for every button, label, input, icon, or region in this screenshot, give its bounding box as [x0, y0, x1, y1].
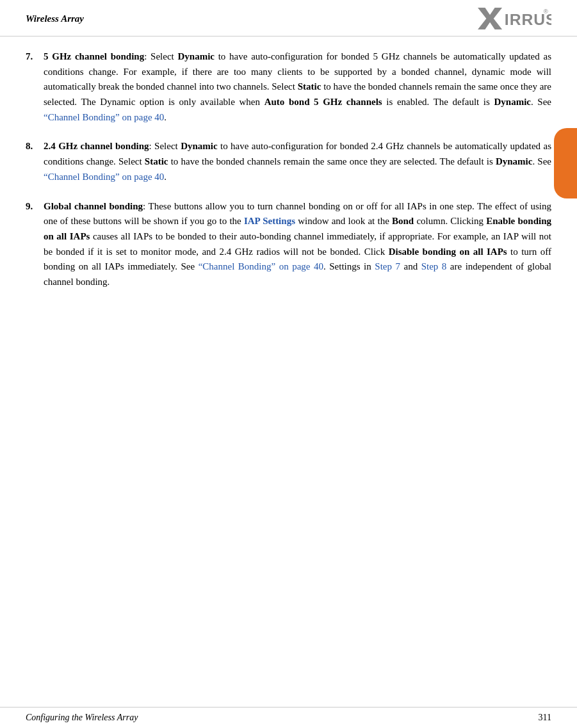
- header-title: Wireless Array: [26, 13, 84, 24]
- svg-marker-0: [478, 8, 502, 29]
- main-content: 7. 5 GHz channel bonding: Select Dynamic…: [0, 36, 577, 707]
- page-footer: Configuring the Wireless Array 311: [0, 707, 577, 728]
- bond-column-label: Bond: [392, 216, 414, 226]
- list-item-8: 8. 2.4 GHz channel bonding: Select Dynam…: [26, 139, 551, 184]
- svg-text:®: ®: [544, 8, 548, 15]
- item-number-7: 7.: [26, 49, 44, 125]
- orange-side-decoration: [554, 128, 577, 198]
- term-24ghz-bonding: 2.4 GHz channel bonding: [44, 141, 149, 151]
- default-dynamic-7: Dynamic: [494, 97, 531, 107]
- term-global-bonding: Global channel bonding: [44, 201, 143, 211]
- item-content-7: 5 GHz channel bonding: Select Dynamic to…: [44, 49, 551, 125]
- footer-left-text: Configuring the Wireless Array: [26, 713, 138, 723]
- item-content-9: Global channel bonding: These buttons al…: [44, 199, 551, 290]
- item-content-8: 2.4 GHz channel bonding: Select Dynamic …: [44, 139, 551, 184]
- list-item-9: 9. Global channel bonding: These buttons…: [26, 199, 551, 290]
- item-number-8: 8.: [26, 139, 44, 184]
- item-text-9: Global channel bonding: These buttons al…: [44, 199, 551, 290]
- dynamic-label-7: Dynamic: [177, 51, 215, 61]
- footer-page-number: 311: [539, 713, 551, 723]
- page-container: Wireless Array IRRUS ® 7. 5 GHz channel …: [0, 0, 577, 728]
- default-dynamic-8: Dynamic: [496, 156, 533, 166]
- item-text-7: 5 GHz channel bonding: Select Dynamic to…: [44, 49, 551, 125]
- item-text-8: 2.4 GHz channel bonding: Select Dynamic …: [44, 139, 551, 184]
- logo-svg: IRRUS ®: [477, 6, 551, 31]
- static-label-8: Static: [145, 156, 168, 166]
- channel-bonding-link-8[interactable]: “Channel Bonding” on page 40: [44, 172, 164, 182]
- page-header: Wireless Array IRRUS ®: [0, 0, 577, 36]
- disable-bonding-label: Disable bonding on all IAPs: [389, 247, 507, 257]
- enable-bonding-label: Enable bonding on all IAPs: [44, 216, 551, 241]
- static-label-7: Static: [298, 81, 321, 92]
- auto-bond-label: Auto bond 5 GHz channels: [264, 97, 382, 107]
- dynamic-label-8: Dynamic: [181, 141, 218, 151]
- term-5ghz-bonding: 5 GHz channel bonding: [44, 51, 144, 61]
- xirrus-logo: IRRUS ®: [477, 6, 551, 31]
- channel-bonding-link-7[interactable]: “Channel Bonding” on page 40: [44, 112, 164, 122]
- list-item-7: 7. 5 GHz channel bonding: Select Dynamic…: [26, 49, 551, 125]
- item-number-9: 9.: [26, 199, 44, 290]
- step8-link[interactable]: Step 8: [421, 261, 447, 271]
- iap-settings-link[interactable]: IAP Settings: [244, 216, 295, 226]
- step7-link[interactable]: Step 7: [375, 261, 400, 271]
- channel-bonding-link-9[interactable]: “Channel Bonding” on page 40: [199, 261, 323, 271]
